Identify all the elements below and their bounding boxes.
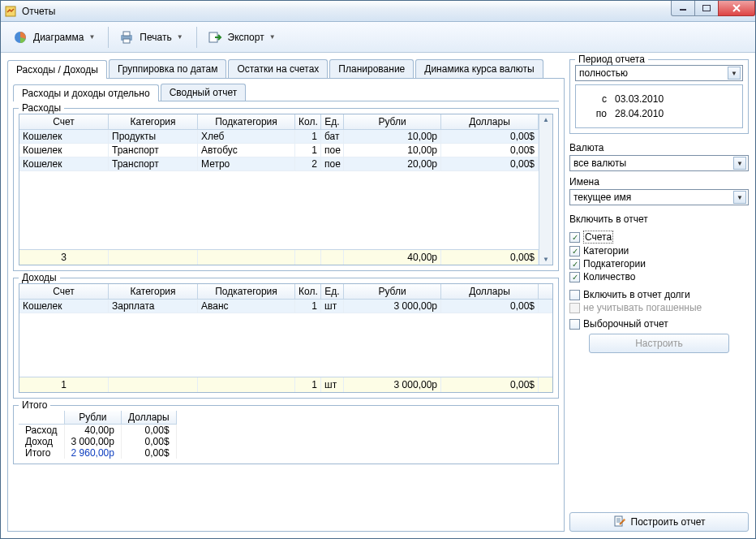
chevron-down-icon: ▼	[733, 157, 746, 170]
checkbox-icon	[569, 303, 580, 313]
print-button[interactable]: Печать ▼	[112, 25, 189, 50]
toolbar: Диаграмма ▼ Печать ▼ Экспор	[1, 22, 755, 53]
chart-pie-icon	[12, 29, 28, 45]
checkbox-icon	[569, 319, 580, 330]
table-row[interactable]: Кошелек Зарплата Аванс 1 шт 3 000,00р 0,…	[19, 300, 552, 313]
svg-rect-2	[703, 6, 711, 11]
col-subcategory[interactable]: Подкатегория	[198, 284, 295, 299]
to-date: 28.04.2010	[615, 106, 664, 121]
period-value: полностью	[579, 67, 628, 79]
diagram-button[interactable]: Диаграмма ▼	[6, 25, 101, 50]
tab-group-by-dates[interactable]: Группировка по датам	[109, 59, 227, 78]
grid-footer: 1 1 шт 3 000,00р 0,00$	[19, 377, 552, 392]
diagram-label: Диаграмма	[33, 32, 84, 43]
scroll-down-icon: ▼	[543, 256, 549, 263]
col-usd[interactable]: Доллары	[441, 114, 539, 129]
build-icon	[613, 515, 626, 530]
expenses-grid[interactable]: Счет Категория Подкатегория Кол. Ед. Руб…	[19, 114, 553, 265]
currency-value: все валюты	[573, 157, 626, 169]
totals-row-income: Доход 3 000,00р 0,00$	[19, 436, 176, 447]
col-usd[interactable]: Доллары	[441, 284, 539, 299]
check-accounts[interactable]: ✓Счета	[569, 230, 749, 244]
export-icon	[207, 29, 223, 45]
col-unit[interactable]: Ед.	[321, 114, 344, 129]
incomes-fieldset: Доходы Счет Категория Подкатегория Кол. …	[13, 278, 559, 399]
minimize-button[interactable]	[671, 1, 695, 16]
tab-expenses-incomes[interactable]: Расходы / Доходы	[7, 60, 107, 79]
check-include-debts[interactable]: Включить в отчет долги	[569, 288, 749, 301]
build-report-button[interactable]: Построить отчет	[569, 512, 749, 532]
main-tabstrip: Расходы / Доходы Группировка по датам Ос…	[7, 59, 565, 79]
tab-currency-dynamics[interactable]: Динамика курса валюты	[415, 59, 543, 78]
col-rub[interactable]: Рубли	[344, 284, 441, 299]
close-button[interactable]	[718, 1, 755, 16]
period-combobox[interactable]: полностью ▼	[575, 65, 743, 81]
grid-header: Счет Категория Подкатегория Кол. Ед. Руб…	[19, 114, 539, 130]
period-fieldset: Период отчета полностью ▼ с 03.03.2010 п…	[569, 59, 749, 134]
subtab-separate[interactable]: Расходы и доходы отдельно	[13, 84, 159, 101]
col-subcategory[interactable]: Подкатегория	[198, 114, 295, 129]
export-button[interactable]: Экспорт ▼	[200, 25, 282, 50]
checkbox-icon: ✓	[569, 259, 580, 270]
col-qty[interactable]: Кол.	[295, 284, 321, 299]
check-quantity[interactable]: ✓Количество	[569, 270, 749, 283]
check-ignore-paid: не учитывать погашенные	[569, 301, 749, 314]
svg-rect-1	[680, 9, 686, 11]
printer-icon	[118, 29, 135, 45]
totals-header-rub: Рубли	[64, 411, 121, 425]
table-row[interactable]: Кошелек Транспорт Автобус 1 пое 10,00р 0…	[19, 144, 539, 157]
from-date: 03.03.2010	[615, 92, 664, 106]
col-qty[interactable]: Кол.	[295, 114, 321, 129]
table-row[interactable]: Кошелек Продукты Хлеб 1 бат 10,00р 0,00$	[19, 130, 539, 144]
main-panel: Расходы / Доходы Группировка по датам Ос…	[7, 59, 565, 532]
col-category[interactable]: Категория	[109, 114, 198, 129]
svg-point-9	[623, 519, 625, 520]
table-row[interactable]: Кошелек Транспорт Метро 2 пое 20,00р 0,0…	[19, 157, 539, 171]
check-selective-report[interactable]: Выборочный отчет	[569, 317, 749, 330]
totals-fieldset: Итого Рубли Доллары Расход 40,00р	[13, 405, 559, 464]
expenses-fieldset: Расходы Счет Категория Подкатегория Кол.…	[13, 108, 559, 271]
col-rub[interactable]: Рубли	[344, 114, 441, 129]
incomes-legend: Доходы	[19, 272, 60, 283]
svg-rect-6	[123, 39, 130, 43]
expenses-legend: Расходы	[19, 102, 64, 114]
window-title: Отчеты	[22, 6, 55, 17]
incomes-grid[interactable]: Счет Категория Подкатегория Кол. Ед. Руб…	[19, 283, 553, 393]
chevron-down-icon: ▼	[88, 33, 95, 41]
checkbox-icon: ✓	[569, 272, 580, 282]
scrollbar[interactable]: ▲ ▼	[539, 114, 552, 265]
totals-table: Рубли Доллары Расход 40,00р 0,00$ Доход …	[19, 411, 553, 459]
period-legend: Период отчета	[575, 54, 648, 65]
check-subcategories[interactable]: ✓Подкатегории	[569, 257, 749, 270]
configure-button: Настроить	[589, 334, 729, 353]
tab-account-balances[interactable]: Остатки на счетах	[228, 59, 328, 78]
tab-planning[interactable]: Планирование	[329, 59, 414, 78]
period-dates: с 03.03.2010 по 28.04.2010	[575, 84, 743, 128]
include-legend: Включить в отчет	[569, 213, 749, 225]
totals-legend: Итого	[19, 399, 50, 411]
subtab-summary[interactable]: Сводный отчет	[161, 84, 247, 101]
checkbox-icon: ✓	[569, 246, 580, 257]
names-label: Имена	[569, 176, 749, 188]
names-value: текущее имя	[573, 192, 631, 203]
sub-tabstrip: Расходы и доходы отдельно Сводный отчет	[13, 84, 559, 101]
check-categories[interactable]: ✓Категории	[569, 244, 749, 257]
col-category[interactable]: Категория	[109, 284, 198, 299]
currency-label: Валюта	[569, 142, 749, 153]
titlebar: Отчеты	[1, 1, 755, 22]
svg-rect-8	[615, 516, 622, 526]
currency-combobox[interactable]: все валюты ▼	[569, 155, 749, 171]
grid-header: Счет Категория Подкатегория Кол. Ед. Руб…	[19, 284, 552, 300]
col-account[interactable]: Счет	[19, 284, 109, 299]
maximize-button[interactable]	[694, 1, 719, 16]
totals-row-expense: Расход 40,00р 0,00$	[19, 425, 176, 437]
col-unit[interactable]: Ед.	[321, 284, 344, 299]
side-panel: Период отчета полностью ▼ с 03.03.2010 п…	[569, 59, 749, 532]
checkbox-icon	[569, 290, 580, 300]
svg-rect-5	[123, 32, 130, 36]
from-label: с	[591, 92, 607, 106]
names-combobox[interactable]: текущее имя ▼	[569, 189, 749, 205]
separator	[108, 27, 109, 48]
window: Отчеты Диаграмма ▼	[0, 0, 756, 539]
col-account[interactable]: Счет	[19, 114, 109, 129]
